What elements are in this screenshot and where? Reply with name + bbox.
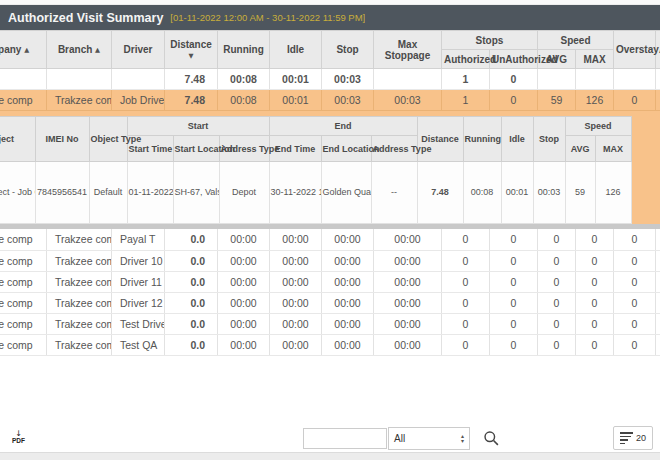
detail-object-type: Default <box>89 162 127 224</box>
sort-asc-icon: ▲ <box>24 46 29 54</box>
detail-col-group-start: Start <box>127 117 269 136</box>
total-unauthorized: 0 <box>490 69 538 90</box>
detail-start-location: SH-67, Valsad, Valsad, Gujarat, 396055, … <box>173 162 219 224</box>
total-distance: 7.48 <box>165 69 218 90</box>
expanded-detail-row: Object IMEI No Object Type Start End Dis… <box>0 111 660 230</box>
col-group-stops: Stops <box>442 31 538 50</box>
total-stop: 00:03 <box>322 69 374 90</box>
detail-col-stop: Stop <box>533 117 565 162</box>
vehicle-row[interactable]: Trakzee comp Trakzee comp Payal T 0.0 00… <box>0 229 660 250</box>
col-header-idle[interactable]: Idle <box>270 31 322 69</box>
detail-col-object: Object <box>0 117 35 162</box>
search-column-select[interactable]: All ▴▾ <box>388 427 470 450</box>
detail-col-end-address-type: Address Type <box>371 136 417 162</box>
col-header-overstay[interactable]: Overstay <box>614 31 656 69</box>
vehicle-row[interactable]: Trakzee comp Trakzee comp Driver 10 0.0 … <box>0 250 660 271</box>
detail-start-address-type: Depot <box>219 162 269 224</box>
detail-col-imei: IMEI No <box>35 117 89 162</box>
detail-col-idle: Idle <box>501 117 533 162</box>
detail-col-distance: Distance <box>417 117 463 162</box>
total-running: 00:08 <box>218 69 270 90</box>
pdf-label: PDF <box>12 437 25 444</box>
sort-desc-icon: ▼ <box>189 52 194 60</box>
col-header-running[interactable]: Running <box>218 31 270 69</box>
download-arrow-icon: ↓ <box>15 430 22 437</box>
detail-col-avg: AVG <box>565 136 595 162</box>
detail-col-start-address-type: Address Type <box>219 136 269 162</box>
report-date-range: [01-11-2022 12:00 AM - 30-11-2022 11:59 … <box>170 12 365 23</box>
vehicle-driver: Job Driver <box>112 90 165 111</box>
detail-max: 126 <box>595 162 631 224</box>
horizontal-scrollbar-track[interactable] <box>0 452 660 460</box>
total-idle: 00:01 <box>270 69 322 90</box>
search-button[interactable] <box>483 430 500 447</box>
detail-col-group-end: End <box>269 117 417 136</box>
vehicle-company: Trakzee comp <box>0 90 47 111</box>
export-pdf-button[interactable]: ↓ PDF <box>12 430 25 444</box>
detail-col-group-speed: Speed <box>565 117 631 136</box>
total-authorized: 1 <box>442 69 490 90</box>
detail-end-address-type: -- <box>371 162 417 224</box>
detail-end-location: Golden Quadrilateral, Valsad, Valsad, Gu… <box>321 162 371 224</box>
detail-data-row: Job Object - Job Object 7845956541 Defau… <box>0 162 631 224</box>
page-size-value: 20 <box>636 433 646 443</box>
vehicle-row-expanded[interactable]: Trakzee comp Trakzee comp Job Driver 7.4… <box>0 90 660 111</box>
search-icon <box>483 430 500 447</box>
detail-stop: 00:03 <box>533 162 565 224</box>
detail-distance: 7.48 <box>417 162 463 224</box>
vehicle-row[interactable]: Trakzee comp Trakzee comp Test QA 0.0 00… <box>0 334 660 355</box>
col-group-speed: Speed <box>538 31 614 50</box>
col-header-company[interactable]: Company ▲ <box>0 31 47 69</box>
vehicle-row[interactable]: Trakzee comp Trakzee comp Driver 12 0.0 … <box>0 292 660 313</box>
sort-asc-icon: ▲ <box>95 46 100 54</box>
detail-col-running: Running <box>463 117 501 162</box>
report-title-bar: Authorized Visit Summary [01-11-2022 12:… <box>0 5 660 30</box>
col-header-driver[interactable]: Driver <box>112 31 165 69</box>
detail-imei: 7845956541 <box>35 162 89 224</box>
report-table-viewport: Company ▲ Branch ▲ Driver Distance ▼ Run… <box>0 30 660 356</box>
col-header-authorized[interactable]: Authorized <box>442 50 490 69</box>
detail-col-end-time: End Time <box>269 136 321 162</box>
detail-col-end-location: End Location <box>321 136 371 162</box>
col-header-max[interactable]: MAX <box>576 50 614 69</box>
page-title: Authorized Visit Summary <box>8 11 163 25</box>
col-header-stop[interactable]: Stop <box>322 31 374 69</box>
summary-table: Company ▲ Branch ▲ Driver Distance ▼ Run… <box>0 30 660 356</box>
col-header-unauthorized[interactable]: UnAuthorized <box>490 50 538 69</box>
totals-row: 7.48 00:08 00:01 00:03 1 0 <box>0 69 660 90</box>
detail-end-time: 30-11-2022 11:59:00 PM <box>269 162 321 224</box>
selected-filter-option: All <box>394 433 405 444</box>
rows-per-page-icon <box>620 432 633 444</box>
detail-idle: 00:01 <box>501 162 533 224</box>
detail-object: Job Object - Job Object <box>0 162 35 224</box>
detail-col-max: MAX <box>595 136 631 162</box>
detail-avg: 59 <box>565 162 595 224</box>
col-header-max-stoppage[interactable]: Max Stoppage <box>374 31 442 69</box>
vehicle-branch: Trakzee comp <box>47 90 112 111</box>
visit-detail-table: Object IMEI No Object Type Start End Dis… <box>0 116 632 224</box>
detail-col-object-type: Object Type <box>89 117 127 162</box>
vehicle-row[interactable]: Trakzee comp Trakzee comp Test Driver 0.… <box>0 313 660 334</box>
vehicle-row[interactable]: Trakzee comp Trakzee comp Driver 11 0.0 … <box>0 271 660 292</box>
select-arrows-icon: ▴▾ <box>461 434 464 443</box>
table-footer: ↓ PDF All ▴▾ 20 <box>0 424 660 452</box>
detail-running: 00:08 <box>463 162 501 224</box>
detail-start-time: 01-11-2022 06:25:00 PM <box>127 162 173 224</box>
col-header-distance[interactable]: Distance ▼ <box>165 31 218 69</box>
search-input[interactable] <box>303 428 387 449</box>
page-size-selector[interactable]: 20 <box>613 426 653 450</box>
detail-col-start-location: Start Location <box>173 136 219 162</box>
col-header-branch[interactable]: Branch ▲ <box>47 31 112 69</box>
